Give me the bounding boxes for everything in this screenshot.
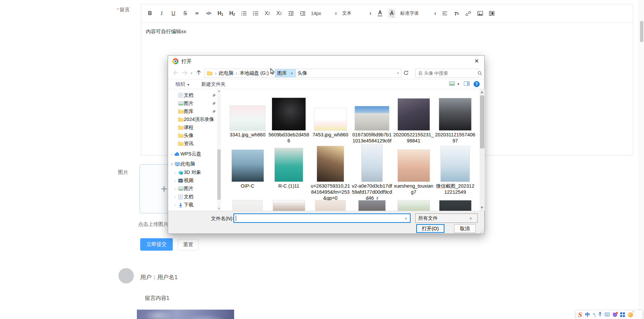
expand-icon[interactable]: › — [173, 187, 177, 191]
link-icon[interactable] — [465, 9, 472, 18]
font-color-button[interactable]: A — [377, 9, 383, 18]
filetype-select[interactable]: 所有文件 ∨ — [415, 213, 478, 223]
up-icon[interactable] — [194, 70, 203, 76]
dialog-titlebar[interactable]: 打开 ✕ — [168, 56, 484, 67]
bold-button[interactable]: B — [147, 9, 153, 18]
file-item[interactable]: 20203112155740697 — [435, 92, 476, 144]
font-size-select[interactable]: 14px ▲▼ — [311, 9, 337, 18]
chevron-down-icon[interactable]: ∨ — [289, 71, 294, 75]
file-item[interactable]: v2-a0e70d3cb17df59afd177d00df9cdd46_r — [352, 143, 392, 201]
filename-input[interactable]: ∨ — [233, 213, 411, 223]
heading1-button[interactable]: H1 — [217, 9, 224, 18]
sidebar-scrollbar-thumb[interactable] — [217, 149, 221, 200]
file-thumbnail-partial[interactable] — [273, 200, 305, 211]
sidebar-item[interactable]: ›3D 对象 — [168, 169, 217, 176]
blockquote-button[interactable]: ” — [194, 9, 200, 18]
submit-button[interactable]: 立即提交 — [140, 238, 173, 251]
breadcrumb-this-pc[interactable]: 此电脑 — [219, 70, 233, 76]
sidebar-item[interactable]: 课程 — [168, 124, 217, 131]
ime-toolbox-icon[interactable] — [620, 312, 625, 317]
reset-button[interactable]: 重置 — [178, 239, 199, 250]
file-item[interactable]: OIP-C — [227, 143, 268, 189]
ime-chinese-mode[interactable]: 中 — [585, 312, 590, 318]
back-icon[interactable] — [171, 70, 180, 76]
italic-button[interactable]: I — [158, 9, 165, 18]
sidebar-item[interactable]: 图库 — [168, 108, 217, 115]
sogou-logo-icon[interactable]: S — [578, 311, 582, 318]
view-mode-icon[interactable] — [449, 81, 455, 87]
file-item[interactable]: 20200522155231_98841 — [393, 92, 434, 144]
file-grid-scrollbar-thumb[interactable] — [480, 95, 484, 148]
cancel-button[interactable]: 取消 — [454, 224, 476, 233]
organize-button[interactable]: 组织▼ — [175, 81, 190, 87]
file-item[interactable]: R-C (1)11 — [268, 143, 309, 189]
highlight-color-button[interactable]: A — [388, 9, 395, 18]
scroll-up-icon[interactable] — [481, 91, 483, 93]
new-folder-button[interactable]: 新建文件夹 — [201, 81, 226, 87]
sidebar-item[interactable]: 文档 — [168, 91, 217, 99]
sidebar-item[interactable]: 2024演示录像 — [168, 116, 217, 123]
open-button[interactable]: 打开(O) — [416, 224, 444, 233]
microphone-icon[interactable] — [598, 312, 602, 318]
expand-icon[interactable]: › — [173, 203, 177, 207]
view-mode-caret-icon[interactable]: ▼ — [457, 82, 460, 86]
text-format-select[interactable]: 文本 ▲▼ — [342, 9, 372, 18]
help-icon[interactable]: ? — [474, 81, 480, 87]
indent-icon[interactable] — [299, 9, 306, 18]
code-button[interactable]: </> — [205, 9, 212, 18]
subscript-button[interactable]: X2 — [264, 9, 271, 18]
scroll-up-icon[interactable]: ▲ — [217, 89, 221, 93]
file-thumbnail-partial[interactable] — [439, 200, 471, 211]
superscript-button[interactable]: X2 — [276, 9, 282, 18]
file-grid-scrollbar[interactable] — [480, 89, 485, 211]
page-scrollbar[interactable] — [639, 0, 644, 319]
scroll-down-icon[interactable]: ▼ — [217, 207, 221, 211]
expand-icon[interactable]: › — [173, 179, 177, 183]
sidebar-item[interactable]: ›图片 — [168, 185, 217, 192]
unordered-list-icon[interactable] — [252, 9, 259, 18]
clear-format-button[interactable]: Tx — [453, 9, 460, 18]
sidebar-item[interactable]: ›WPS云盘 — [168, 150, 217, 158]
ime-emoji-icon[interactable] — [628, 312, 633, 317]
expand-icon[interactable]: › — [169, 152, 174, 156]
sidebar-item[interactable]: ∨此电脑 — [168, 160, 217, 168]
underline-button[interactable]: U — [170, 9, 177, 18]
sidebar-item[interactable]: ›文档 — [168, 193, 217, 201]
editor-content[interactable]: 内容可自行编辑xx — [141, 23, 633, 41]
align-icon[interactable] — [441, 9, 448, 18]
forward-icon[interactable] — [180, 70, 189, 76]
outdent-icon[interactable] — [287, 9, 294, 18]
address-history-icon[interactable]: ∨ — [397, 71, 399, 75]
expand-icon[interactable]: › — [173, 171, 177, 175]
file-thumbnail-partial[interactable] — [398, 200, 430, 211]
file-item[interactable]: 3341.jpg_wh860 — [227, 92, 268, 138]
file-item[interactable]: u=2630759310,218416495&fm=253&gp=0 — [310, 143, 351, 201]
collapse-icon[interactable]: ∨ — [169, 162, 174, 166]
expand-icon[interactable]: › — [173, 195, 177, 199]
insert-image-icon[interactable] — [477, 9, 483, 18]
breadcrumb-local-disk-g[interactable]: 本地磁盘 (G:) — [239, 70, 269, 76]
heading2-button[interactable]: H2 — [229, 9, 235, 18]
file-thumbnail-partial[interactable] — [359, 200, 385, 211]
file-thumbnail-partial[interactable] — [233, 200, 262, 211]
search-box[interactable] — [415, 69, 479, 78]
ime-toolbar[interactable]: S 中 °, — [576, 310, 643, 319]
file-item[interactable]: 5609bd33eb2d4586 — [268, 92, 309, 144]
file-thumbnail-partial[interactable] — [315, 200, 345, 211]
file-item[interactable]: 微信截图_20231212212549 — [435, 143, 476, 195]
ordered-list-icon[interactable]: 123 — [240, 9, 247, 18]
preview-pane-icon[interactable] — [464, 81, 470, 87]
resize-grip[interactable] — [480, 230, 484, 233]
address-bar[interactable]: › 此电脑 › 本地磁盘 (G:) › 图库 ∨ 头像 ∨ — [204, 69, 401, 78]
refresh-icon[interactable] — [404, 70, 409, 76]
breadcrumb-touxiang[interactable]: 头像 — [298, 70, 307, 76]
sidebar-item[interactable]: 资讯 — [168, 140, 217, 147]
recent-locations-icon[interactable]: ∨ — [189, 71, 194, 75]
ime-skin-icon[interactable] — [613, 313, 617, 317]
strikethrough-button[interactable]: S — [182, 9, 189, 18]
file-item[interactable]: 0167305f6d9b7b11013e4584129c6f — [352, 92, 392, 144]
chevron-down-icon[interactable]: ∨ — [405, 216, 410, 220]
breadcrumb-tuku-highlighted[interactable]: 图库 ∨ — [275, 69, 296, 77]
ime-punctuation-toggle[interactable]: °, — [593, 312, 595, 317]
close-icon[interactable]: ✕ — [469, 56, 484, 66]
